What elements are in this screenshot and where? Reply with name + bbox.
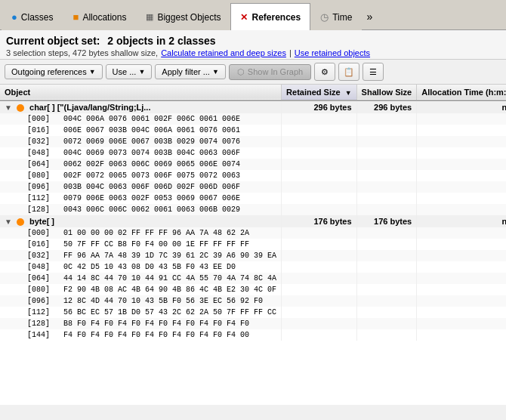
row-alloc (417, 193, 506, 204)
row-cell: [032] FF 96 AA 7A 48 39 1D 7C 39 61 2C 3… (0, 250, 282, 261)
col-object-header[interactable]: Object (0, 85, 282, 100)
table-row[interactable]: [096] 12 8C 4D 44 70 10 43 5B F0 56 3E E… (0, 295, 506, 307)
biggest-icon: ▦ (146, 12, 153, 22)
row-index: [096] (27, 297, 59, 305)
row-data: 0062 002F 0063 006C 0069 0065 006E 0074 (63, 160, 240, 168)
row-index: [016] (27, 240, 59, 249)
group-row[interactable]: ▼ byte[ ] 176 bytes 176 bytes n/a (0, 215, 506, 227)
export-button[interactable]: 📋 (338, 63, 359, 81)
row-alloc (417, 181, 506, 193)
settings-button[interactable]: ☰ (363, 63, 384, 81)
table-row[interactable]: [016] 006E 0067 003B 004C 006A 0061 0076… (0, 125, 506, 136)
tab-references[interactable]: ✕ References (230, 3, 310, 30)
use-label: Use ... (113, 67, 137, 76)
row-alloc (417, 239, 506, 250)
expand-icon[interactable]: ▼ (5, 103, 12, 112)
table-row[interactable]: [112] 56 BC EC 57 1B D0 57 43 2C 62 2A 5… (0, 307, 506, 318)
group-alloc: n/a (417, 215, 506, 227)
row-data: 01 00 00 00 02 FF FF FF 96 AA 7A 48 62 2… (63, 229, 249, 237)
table-row[interactable]: [080] F2 90 4B 08 AC 4B 64 90 4B 86 4C 4… (0, 284, 506, 295)
group-name-cell: ▼ byte[ ] (0, 215, 282, 227)
row-index: [000] (27, 229, 59, 237)
row-shallow (356, 136, 417, 147)
row-retained (282, 295, 357, 307)
row-index: [112] (27, 194, 59, 202)
group-shallow: 296 bytes (356, 100, 417, 113)
row-retained (282, 125, 357, 136)
table-row[interactable]: [032] 0072 0069 006E 0067 003B 0029 0074… (0, 136, 506, 147)
tab-biggest-objects[interactable]: ▦ Biggest Objects (136, 3, 230, 30)
row-retained (282, 204, 357, 215)
row-retained (282, 329, 357, 341)
tab-classes[interactable]: ● Classes (2, 3, 63, 30)
table-row[interactable]: [128] B8 F0 F4 F0 F4 F0 F4 F0 F4 F0 F4 F… (0, 318, 506, 329)
row-shallow (356, 170, 417, 181)
col-shallow-header[interactable]: Shallow Size (356, 85, 417, 100)
table-row[interactable]: [064] 0062 002F 0063 006C 0069 0065 006E… (0, 159, 506, 170)
row-data: 0043 006C 006C 0062 0061 0063 006B 0029 (63, 205, 240, 214)
col-alloc-header[interactable]: Allocation Time (h:m:s) (417, 85, 506, 100)
table-row[interactable]: [048] 004C 0069 0073 0074 003B 004C 0063… (0, 147, 506, 159)
row-shallow (356, 125, 417, 136)
row-retained (282, 307, 357, 318)
tab-classes-label: Classes (21, 12, 54, 23)
use-dropdown[interactable]: Use ... ▼ (106, 64, 153, 79)
table-row[interactable]: [016] 50 7F FF CC B8 F0 F4 00 00 1E FF F… (0, 239, 506, 250)
table-row[interactable]: [080] 002F 0072 0065 0073 006F 0075 0072… (0, 170, 506, 181)
apply-filter-dropdown[interactable]: Apply filter ... ▼ (155, 64, 226, 79)
table-row[interactable]: [144] F4 F0 F4 F0 F4 F0 F4 F0 F4 F0 F4 F… (0, 329, 506, 341)
tab-time[interactable]: ◷ Time (310, 3, 362, 30)
row-retained (282, 250, 357, 261)
table-row[interactable]: [048] 0C 42 D5 10 43 08 D0 43 5B F0 43 E… (0, 261, 506, 273)
row-retained (282, 227, 357, 239)
calculate-retained-link[interactable]: Calculate retained and deep sizes (161, 48, 286, 57)
row-data: 56 BC EC 57 1B D0 57 43 2C 62 2A 50 7F F… (63, 308, 276, 317)
row-data: FF 96 AA 7A 48 39 1D 7C 39 61 2C 39 A6 9… (63, 252, 276, 260)
object-set-bar: Current object set: 2 objects in 2 class… (0, 30, 506, 60)
table-row[interactable]: [000] 01 00 00 00 02 FF FF FF 96 AA 7A 4… (0, 227, 506, 239)
filter-label: Apply filter ... (162, 67, 210, 76)
sort-indicator: ▼ (345, 89, 352, 97)
row-index: [128] (27, 205, 59, 214)
row-cell: [016] 50 7F FF CC B8 F0 F4 00 00 1E FF F… (0, 239, 282, 250)
row-index: [016] (27, 126, 59, 134)
row-alloc (417, 159, 506, 170)
group-retained: 296 bytes (282, 100, 357, 113)
table-row[interactable]: [000] 004C 006A 0076 0061 002F 006C 0061… (0, 113, 506, 125)
row-data: 0079 006E 0063 002F 0053 0069 0067 006E (63, 194, 240, 202)
tab-allocations-label: Allocations (82, 12, 126, 23)
row-shallow (356, 204, 417, 215)
row-cell: [000] 004C 006A 0076 0061 002F 006C 0061… (0, 113, 282, 125)
gear-button[interactable]: ⚙ (314, 63, 335, 81)
row-shallow (356, 284, 417, 295)
row-cell: [032] 0072 0069 006E 0067 003B 0029 0074… (0, 136, 282, 147)
row-shallow (356, 329, 417, 341)
row-index: [032] (27, 252, 59, 260)
references-table: Object Retained Size ▼ Shallow Size Allo… (0, 85, 506, 341)
outgoing-references-dropdown[interactable]: Outgoing references ▼ (5, 64, 103, 79)
row-data: 002F 0072 0065 0073 006F 0075 0072 0063 (63, 171, 240, 180)
table-row[interactable]: [096] 003B 004C 0063 006F 006D 002F 006D… (0, 181, 506, 193)
row-data: 44 14 8C 44 70 10 44 91 CC 4A 55 70 4A 7… (63, 274, 276, 283)
group-row[interactable]: ▼ char[ ] ["(Ljava/lang/String;Lj... 296… (0, 100, 506, 113)
group-shallow: 176 bytes (356, 215, 417, 227)
export-icon: 📋 (344, 67, 354, 77)
table-row[interactable]: [112] 0079 006E 0063 002F 0053 0069 0067… (0, 193, 506, 204)
row-alloc (417, 136, 506, 147)
expand-icon[interactable]: ▼ (5, 218, 12, 226)
more-tabs-button[interactable]: » (362, 3, 377, 30)
use-retained-link[interactable]: Use retained objects (295, 48, 370, 57)
table-row[interactable]: [128] 0043 006C 006C 0062 0061 0063 006B… (0, 204, 506, 215)
tab-allocations[interactable]: ■ Allocations (63, 3, 137, 30)
row-data: 0C 42 D5 10 43 08 D0 43 5B F0 43 EE D0 (63, 263, 236, 271)
row-cell: [016] 006E 0067 003B 004C 006A 0061 0076… (0, 125, 282, 136)
table-row[interactable]: [064] 44 14 8C 44 70 10 44 91 CC 4A 55 7… (0, 273, 506, 284)
table-row[interactable]: [032] FF 96 AA 7A 48 39 1D 7C 39 61 2C 3… (0, 250, 506, 261)
row-index: [080] (27, 286, 59, 294)
row-data: 004C 006A 0076 0061 002F 006C 0061 006E (63, 115, 240, 123)
row-cell: [096] 12 8C 4D 44 70 10 43 5B F0 56 3E E… (0, 295, 282, 307)
row-retained (282, 136, 357, 147)
col-retained-header[interactable]: Retained Size ▼ (282, 85, 357, 100)
row-index: [048] (27, 149, 59, 157)
row-retained (282, 273, 357, 284)
